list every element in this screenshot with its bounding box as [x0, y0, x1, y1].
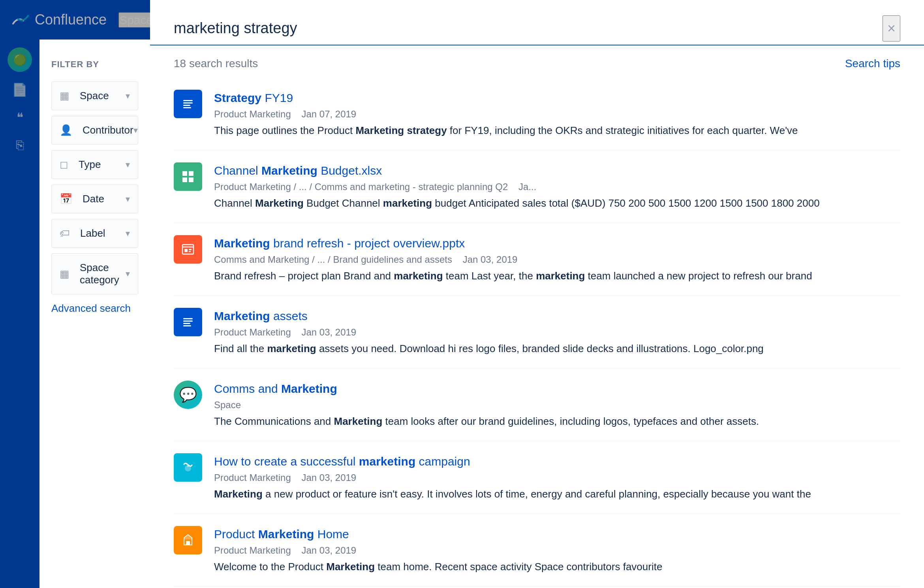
label-filter-icon: 🏷 — [60, 227, 70, 239]
result-icon-6: " — [174, 453, 202, 482]
result-meta-6: Product Marketing Jan 03, 2019 — [214, 472, 900, 483]
svg-rect-18 — [182, 177, 187, 182]
filter-title: FILTER BY — [51, 59, 138, 70]
svg-rect-23 — [189, 251, 191, 252]
svg-rect-26 — [183, 323, 190, 324]
filter-label-label: Label — [80, 227, 105, 239]
result-content-2: Channel Marketing Budget.xlsx Product Ma… — [214, 162, 900, 211]
result-meta-1: Product Marketing Jan 07, 2019 — [214, 109, 900, 120]
filter-contributor[interactable]: 👤 Contributor ▾ — [51, 116, 138, 145]
result-snippet-3: Brand refresh – project plan Brand and m… — [214, 268, 900, 284]
result-snippet-2: Channel Marketing Budget Channel marketi… — [214, 196, 900, 211]
result-title-7: Product Marketing Home — [214, 526, 900, 543]
search-modal: × 18 search results Search tips Strategy… — [150, 0, 924, 588]
result-content-3: Marketing brand refresh - project overvi… — [214, 235, 900, 284]
result-content-7: Product Marketing Home Product Marketing… — [214, 526, 900, 575]
search-tips-link[interactable]: Search tips — [845, 57, 900, 70]
result-content-4: Marketing assets Product Marketing Jan 0… — [214, 308, 900, 356]
advanced-search-link[interactable]: Advanced search — [51, 302, 138, 315]
filter-date-label: Date — [83, 193, 104, 205]
result-item[interactable]: Marketing assets Product Marketing Jan 0… — [174, 296, 900, 369]
chevron-down-icon-4: ▾ — [126, 194, 130, 204]
filter-label[interactable]: 🏷 Label ▾ — [51, 219, 138, 248]
search-results-area[interactable]: 18 search results Search tips Strategy F… — [150, 45, 924, 588]
result-icon-5: 💬 — [174, 381, 202, 409]
result-title-4: Marketing assets — [214, 308, 900, 324]
chevron-down-icon-6: ▾ — [126, 269, 130, 279]
filter-type-label: Type — [79, 158, 101, 171]
result-content-1: Strategy FY19 Product Marketing Jan 07, … — [214, 90, 900, 138]
result-icon-7 — [174, 526, 202, 554]
filter-space-category[interactable]: ▦ Space category ▾ — [51, 253, 138, 294]
search-input-wrapper — [174, 12, 875, 45]
filter-type[interactable]: ◻ Type ▾ — [51, 150, 138, 179]
result-meta-5: Space — [214, 400, 900, 411]
result-item[interactable]: Strategy FY19 Product Marketing Jan 07, … — [174, 78, 900, 151]
chevron-down-icon-2: ▾ — [133, 125, 138, 136]
space-category-filter-icon: ▦ — [60, 268, 69, 280]
result-title-6: How to create a successful marketing cam… — [214, 453, 900, 470]
chevron-down-icon: ▾ — [126, 91, 130, 101]
search-meta-row: 18 search results Search tips — [174, 45, 900, 78]
result-icon-3 — [174, 235, 202, 264]
result-item[interactable]: Channel Marketing Budget.xlsx Product Ma… — [174, 151, 900, 223]
svg-rect-19 — [189, 177, 193, 182]
result-snippet-1: This page outlines the Product Marketing… — [214, 123, 900, 138]
result-snippet-6: Marketing a new product or feature isn't… — [214, 486, 900, 502]
filter-sidebar: FILTER BY ▦ Space ▾ 👤 Contributor ▾ ◻ Ty… — [39, 40, 150, 588]
result-title-1: Strategy FY19 — [214, 90, 900, 106]
type-filter-icon: ◻ — [60, 158, 68, 171]
svg-rect-13 — [183, 102, 193, 104]
svg-rect-24 — [183, 318, 193, 319]
search-header: × — [150, 0, 924, 45]
result-icon-2 — [174, 162, 202, 191]
contributor-filter-icon: 👤 — [60, 124, 72, 136]
result-title-5: Comms and Marketing — [214, 381, 900, 397]
result-meta-7: Product Marketing Jan 03, 2019 — [214, 545, 900, 556]
filter-contributor-label: Contributor — [83, 124, 133, 136]
svg-rect-27 — [183, 325, 191, 326]
result-content-5: Comms and Marketing Space The Communicat… — [214, 381, 900, 429]
search-input[interactable] — [174, 12, 875, 45]
result-snippet-7: Welcome to the Product Marketing team ho… — [214, 559, 900, 575]
search-count: 18 search results — [174, 57, 258, 70]
result-item[interactable]: Marketing brand refresh - project overvi… — [174, 223, 900, 296]
svg-rect-14 — [183, 105, 190, 106]
svg-rect-12 — [183, 100, 193, 101]
svg-rect-20 — [182, 245, 193, 254]
result-title-3: Marketing brand refresh - project overvi… — [214, 235, 900, 252]
result-meta-3: Comms and Marketing / ... / Brand guidel… — [214, 254, 900, 265]
result-item[interactable]: Product Marketing Home Product Marketing… — [174, 514, 900, 587]
svg-rect-17 — [189, 171, 193, 176]
svg-text:": " — [187, 465, 189, 471]
result-content-6: How to create a successful marketing cam… — [214, 453, 900, 502]
search-clear-button[interactable]: × — [883, 15, 900, 41]
result-meta-2: Product Marketing / ... / Comms and mark… — [214, 181, 900, 192]
svg-rect-30 — [186, 541, 190, 545]
result-snippet-4: Find all the marketing assets you need. … — [214, 341, 900, 356]
filter-space-category-label: Space category — [80, 262, 126, 286]
chevron-down-icon-5: ▾ — [126, 228, 130, 239]
space-filter-icon: ▦ — [60, 90, 69, 102]
result-icon-4 — [174, 308, 202, 336]
chevron-down-icon-3: ▾ — [126, 160, 130, 170]
filter-space[interactable]: ▦ Space ▾ — [51, 81, 138, 110]
result-meta-4: Product Marketing Jan 03, 2019 — [214, 327, 900, 338]
svg-rect-25 — [183, 320, 193, 322]
svg-rect-21 — [184, 249, 188, 252]
filter-date[interactable]: 📅 Date ▾ — [51, 185, 138, 213]
result-title-2: Channel Marketing Budget.xlsx — [214, 162, 900, 179]
svg-rect-15 — [183, 107, 191, 108]
filter-space-label: Space — [80, 90, 109, 102]
result-icon-1 — [174, 90, 202, 118]
result-snippet-5: The Communications and Marketing team lo… — [214, 414, 900, 429]
result-item[interactable]: " How to create a successful marketing c… — [174, 441, 900, 514]
result-item[interactable]: 💬 Comms and Marketing Space The Communic… — [174, 369, 900, 441]
svg-rect-22 — [189, 249, 192, 250]
date-filter-icon: 📅 — [60, 193, 72, 205]
svg-rect-16 — [182, 171, 187, 176]
